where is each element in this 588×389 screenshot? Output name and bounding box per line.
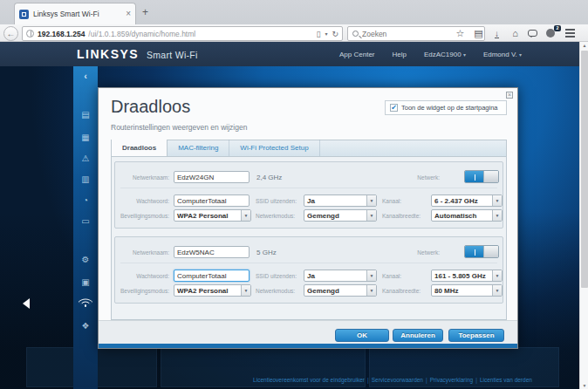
new-tab-button[interactable]: +	[142, 6, 148, 18]
security-mode-select-5[interactable]: WPA2 Personal▼	[174, 284, 251, 297]
nav-app-center[interactable]: App Center	[339, 51, 374, 58]
section-5ghz: Netwerknaam: 5 GHz Netwerk: Wachtwoord: …	[114, 236, 503, 304]
nav-router-dropdown[interactable]: EdzAC1900 ▾	[424, 51, 466, 58]
app-header: LINKSYS Smart Wi-Fi App Center Help EdzA…	[0, 42, 588, 66]
dialog-title: Draadloos	[111, 97, 190, 117]
channel-select-24[interactable]: 6 - 2.437 GHz▼	[431, 194, 503, 207]
tab-draadloos[interactable]: Draadloos	[112, 140, 168, 156]
footer-link-privacy[interactable]: Privacyverklaring	[430, 377, 474, 383]
section-2_4ghz: Netwerknaam: 2,4 GHz Netwerk: Wachtwoord…	[114, 161, 503, 229]
sidebar-item-speed-test-icon[interactable]: ◔	[73, 195, 98, 206]
network-toggle-24[interactable]	[464, 170, 499, 183]
footer-link-terms[interactable]: Servicevoorwaarden	[372, 377, 423, 383]
sidebar-item-media-prioritization-icon[interactable]: ▥	[73, 174, 98, 185]
network-name-input-5[interactable]	[174, 246, 250, 258]
network-mode-select-24[interactable]: Gemengd▼	[304, 209, 377, 222]
wireless-settings-dialog: × Draadloos Routerinstellingen weergeven…	[98, 87, 518, 349]
addon-badge-icon[interactable]: 2	[546, 29, 557, 38]
show-widget-label: Toon de widget op de startpagina	[401, 104, 498, 112]
footer-link-licenses[interactable]: Licenties van derden	[480, 377, 532, 383]
active-item-pointer	[17, 298, 30, 309]
select-arrow-icon: ▼	[241, 210, 250, 221]
url-host: 192.168.1.254	[38, 30, 85, 38]
back-button[interactable]: ←	[3, 26, 18, 41]
password-input-24[interactable]	[174, 194, 250, 207]
dialog-close-icon[interactable]: ×	[506, 92, 513, 99]
select-arrow-icon: ▼	[492, 270, 502, 281]
password-input-5-focused[interactable]	[174, 270, 250, 282]
sidebar-nav: ‹ ▤ ▦ ⚠ ▥ ◔ ▭ ⚙ ▣ ❖	[73, 66, 98, 389]
select-arrow-icon: ▼	[366, 210, 376, 221]
hamburger-menu-icon[interactable]	[564, 27, 576, 39]
scrollbar-thumb[interactable]	[581, 51, 588, 288]
network-mode-select-5[interactable]: Gemengd▼	[304, 284, 377, 297]
linksys-logo: LINKSYS	[77, 47, 139, 61]
channel-width-label: Kanaalbreedte:	[382, 288, 420, 294]
tab-wifi-protected-setup[interactable]: Wi-Fi Protected Setup	[229, 140, 319, 156]
dialog-subtitle: Routerinstellingen weergeven en wijzigen	[111, 123, 247, 132]
network-mode-label: Netwerkmodus:	[256, 213, 295, 219]
security-mode-select-24[interactable]: WPA2 Personal▼	[174, 209, 251, 222]
select-arrow-icon: ▼	[492, 195, 502, 206]
tab-favicon-icon	[19, 10, 29, 19]
url-bar[interactable]: 192.168.1.254 /ui/1.0.1.859/dynamic/home…	[22, 26, 343, 41]
channel-label: Kanaal:	[382, 273, 401, 279]
security-mode-label: Beveiligingsmodus:	[115, 213, 169, 219]
ssid-broadcast-select-5[interactable]: Ja▼	[304, 270, 377, 282]
search-magnifier-icon[interactable]	[352, 31, 359, 37]
sidebar-item-troubleshooting-icon[interactable]: ▣	[73, 277, 98, 288]
channel-select-5[interactable]: 161 - 5.805 GHz▼	[431, 270, 503, 282]
browser-tab[interactable]: Linksys Smart Wi-Fi ×	[14, 3, 136, 24]
network-name-input-24[interactable]	[174, 171, 250, 183]
bookmarks-menu-icon[interactable]: ▤	[473, 27, 484, 39]
apply-button[interactable]: Toepassen	[448, 329, 504, 342]
network-toggle-label: Netwerk:	[391, 249, 440, 256]
dialog-tab-panel: Netwerknaam: 2,4 GHz Netwerk: Wachtwoord…	[111, 156, 507, 320]
reload-icon[interactable]: ↻	[332, 30, 338, 38]
select-arrow-icon: ▼	[492, 285, 502, 296]
channel-label: Kanaal:	[382, 198, 401, 204]
dialog-tab-strip: Draadloos MAC-filtering Wi-Fi Protected …	[111, 140, 507, 156]
sidebar-item-security-icon[interactable]: ❖	[73, 321, 98, 331]
select-arrow-icon: ▼	[366, 270, 376, 281]
tab-close-icon[interactable]: ×	[126, 10, 131, 18]
sidebar-item-guest-access-icon[interactable]: ▦	[73, 133, 98, 143]
downloads-icon[interactable]: ↓	[491, 27, 503, 39]
ok-button[interactable]: OK	[335, 329, 389, 342]
router-page-background: Licentieovereenkomst voor de eindgebruik…	[0, 66, 579, 389]
ssid-broadcast-label: SSID uitzenden:	[256, 198, 297, 204]
channel-width-select-5[interactable]: 80 MHz▼	[431, 284, 503, 297]
cancel-button[interactable]: Annuleren	[393, 329, 443, 342]
select-arrow-icon: ▼	[366, 285, 376, 296]
select-arrow-icon: ▼	[241, 285, 250, 296]
site-identity-globe-icon[interactable]	[26, 30, 34, 38]
sidebar-collapse-chevron[interactable]: ‹	[73, 71, 98, 81]
sidebar-item-connectivity-icon[interactable]: ⚙	[73, 255, 98, 265]
scroll-up-icon[interactable]: ▲	[580, 43, 588, 48]
checkbox-checked-icon[interactable]: ✔	[390, 104, 398, 112]
nav-help[interactable]: Help	[393, 51, 407, 58]
url-path: /ui/1.0.1.859/dynamic/home.html	[88, 30, 312, 38]
scroll-down-icon[interactable]: ▼	[580, 383, 588, 388]
bookmark-star-icon[interactable]: ☆	[455, 27, 466, 39]
ssid-broadcast-select-24[interactable]: Ja▼	[304, 194, 377, 207]
browser-scrollbar[interactable]: ▲ ▼	[579, 42, 588, 389]
sidebar-item-network-map-icon[interactable]: ▤	[73, 110, 98, 120]
sidebar-item-external-storage-icon[interactable]: ▭	[73, 216, 98, 227]
security-mode-label: Beveiligingsmodus:	[115, 288, 169, 294]
network-mode-label: Netwerkmodus:	[256, 288, 295, 294]
nav-user-dropdown[interactable]: Edmond V. ▾	[483, 51, 522, 58]
band-label-24: 2,4 GHz	[256, 174, 282, 181]
url-dropdown-caret-icon[interactable]: ▾	[325, 31, 327, 37]
network-toggle-5[interactable]	[464, 245, 499, 258]
browser-tab-bar: Linksys Smart Wi-Fi × +	[0, 0, 588, 24]
footer-link-eula[interactable]: Licentieovereenkomst voor de eindgebruik…	[253, 377, 365, 383]
tab-mac-filtering[interactable]: MAC-filtering	[168, 140, 229, 156]
sidebar-item-parental-controls-icon[interactable]: ⚠	[73, 154, 98, 164]
channel-width-select-24[interactable]: Automatisch▼	[431, 209, 503, 222]
show-widget-checkbox-group[interactable]: ✔ Toon de widget op de startpagina	[385, 100, 507, 115]
sidebar-item-wireless-icon[interactable]	[73, 297, 98, 307]
home-icon[interactable]: ⌂	[509, 27, 521, 39]
hello-chat-icon[interactable]	[528, 30, 539, 37]
reader-list-icon[interactable]: ▯	[316, 30, 320, 38]
